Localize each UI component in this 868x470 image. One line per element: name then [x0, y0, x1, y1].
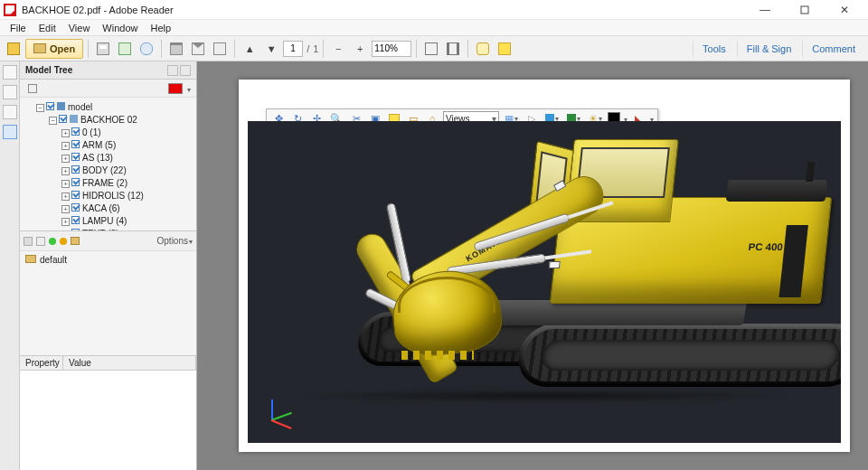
highlight-button[interactable]: [495, 39, 514, 59]
panel-toolbar: [20, 80, 196, 98]
zoom-in-button[interactable]: +: [350, 39, 370, 59]
panel-title: Model Tree: [25, 65, 72, 75]
excavator-model: PC 400 KOMATSU: [248, 121, 841, 443]
cloud-button[interactable]: [137, 39, 156, 59]
export-icon: [118, 42, 131, 55]
comment-link[interactable]: Comment: [802, 41, 864, 57]
main-toolbar: Open ▲ ▼ / 1 − + Tools Fill & Sign Comme…: [0, 36, 868, 61]
fit-width-button[interactable]: [443, 39, 463, 59]
comment-bubble-button[interactable]: [473, 39, 493, 59]
view-default[interactable]: default: [25, 255, 191, 265]
separator: [416, 40, 417, 58]
nav-strip: [0, 61, 20, 470]
model-badge: PC 400: [748, 241, 783, 252]
tree-item[interactable]: +BODY (22): [61, 164, 196, 177]
tree-item[interactable]: +HIDROLIS (12): [61, 190, 196, 202]
panel-collapse-icon[interactable]: [180, 65, 191, 76]
page-prev-button[interactable]: ▲: [240, 39, 259, 59]
panel-options-icon[interactable]: [167, 65, 178, 76]
menu-view[interactable]: View: [62, 22, 97, 34]
fit-page-button[interactable]: [421, 39, 441, 59]
share-icon: [213, 42, 226, 55]
arrow-up-icon: ▲: [245, 43, 255, 54]
tree-group[interactable]: −BACKHOE 02 +0 (1) +ARM (5) +AS (13) +BO…: [49, 114, 196, 231]
thumbnails-tab[interactable]: [3, 65, 17, 80]
menu-window[interactable]: Window: [96, 22, 144, 34]
zoom-out-button[interactable]: −: [328, 39, 348, 59]
document-viewport[interactable]: ✥ ↻ ✢ 🔍 ✂ ▣ ▭ ⌂ Views ▦ ▷ ☀ ◣: [197, 61, 868, 470]
page-number-input[interactable]: [283, 41, 303, 57]
save-icon: [97, 42, 109, 55]
model-tree[interactable]: −model −BACKHOE 02 +0 (1) +ARM (5) +AS (…: [20, 98, 196, 231]
separator: [161, 40, 162, 58]
tree-item[interactable]: +FRAME (2): [61, 177, 196, 190]
axis-gizmo: [264, 392, 300, 428]
minimize-button[interactable]: —: [745, 0, 785, 20]
model-tree-tab[interactable]: [3, 125, 17, 139]
title-bar: BACKHOE 02.pdf - Adobe Reader — ✕: [0, 0, 868, 20]
model-tree-panel: Model Tree −model −BACKHOE 02 +0 (1) +AR…: [20, 61, 197, 470]
print-button[interactable]: [166, 39, 186, 59]
svg-rect-0: [801, 6, 808, 14]
views-pane: Options default: [20, 231, 196, 356]
export-pdf-button[interactable]: [115, 39, 135, 59]
highlight-icon: [498, 42, 511, 55]
zoom-level-input[interactable]: [372, 41, 411, 57]
separator: [88, 40, 89, 58]
tree-item[interactable]: +LAMPU (4): [61, 215, 196, 228]
menu-edit[interactable]: Edit: [33, 22, 62, 34]
tree-item[interactable]: +0 (1): [61, 127, 196, 139]
color-dropdown[interactable]: [186, 83, 191, 94]
arrow-down-icon: ▼: [267, 43, 277, 54]
minus-icon: −: [335, 43, 341, 54]
print-icon: [170, 42, 183, 55]
separator: [467, 40, 468, 58]
close-button[interactable]: ✕: [825, 0, 864, 20]
window-title: BACKHOE 02.pdf - Adobe Reader: [22, 5, 174, 15]
page-separator: /: [305, 43, 311, 54]
tree-expand-button[interactable]: [25, 81, 40, 96]
create-pdf-button[interactable]: [4, 39, 24, 59]
prop-col-value[interactable]: Value: [63, 356, 196, 370]
view-icon: [24, 237, 33, 246]
separator: [234, 40, 235, 58]
save-button[interactable]: [93, 39, 113, 59]
fit-page-icon: [425, 42, 438, 55]
prop-col-property[interactable]: Property: [20, 356, 63, 370]
view-icon: [36, 237, 45, 246]
attachments-tab[interactable]: [3, 105, 17, 119]
folder-open-icon: [33, 43, 46, 53]
page-next-button[interactable]: ▼: [261, 39, 281, 59]
3d-canvas[interactable]: PC 400 KOMATSU: [248, 121, 841, 443]
main-area: Model Tree −model −BACKHOE 02 +0 (1) +AR…: [0, 61, 868, 470]
bookmarks-tab[interactable]: [3, 85, 17, 99]
share-button[interactable]: [210, 39, 230, 59]
menu-help[interactable]: Help: [144, 22, 177, 34]
page-total: 1: [313, 43, 318, 54]
plus-icon: +: [357, 43, 363, 54]
dot-green-icon: [49, 238, 56, 245]
email-button[interactable]: [188, 39, 208, 59]
dot-orange-icon: [60, 238, 67, 245]
fill-sign-link[interactable]: Fill & Sign: [737, 41, 801, 57]
views-options[interactable]: Options: [157, 236, 193, 246]
open-button[interactable]: Open: [25, 39, 83, 59]
tree-item[interactable]: +KACA (6): [61, 202, 196, 215]
open-button-label: Open: [50, 43, 75, 54]
menu-bar: File Edit View Window Help: [0, 20, 868, 36]
home-icon[interactable]: [71, 237, 80, 245]
maximize-button[interactable]: [785, 0, 825, 20]
menu-file[interactable]: File: [4, 22, 33, 34]
tree-item[interactable]: +AS (13): [61, 152, 196, 164]
mail-icon: [192, 42, 204, 55]
highlight-color-swatch[interactable]: [168, 83, 183, 94]
tree-root[interactable]: −model −BACKHOE 02 +0 (1) +ARM (5) +AS (…: [36, 101, 196, 231]
comment-icon: [476, 42, 489, 55]
pdf-page: ✥ ↻ ✢ 🔍 ✂ ▣ ▭ ⌂ Views ▦ ▷ ☀ ◣: [239, 80, 850, 452]
property-pane: Property Value: [20, 356, 196, 470]
fit-width-icon: [447, 42, 459, 55]
tools-link[interactable]: Tools: [693, 41, 735, 57]
app-icon: [4, 4, 16, 16]
cloud-icon: [140, 42, 153, 55]
tree-item[interactable]: +ARM (5): [61, 139, 196, 152]
